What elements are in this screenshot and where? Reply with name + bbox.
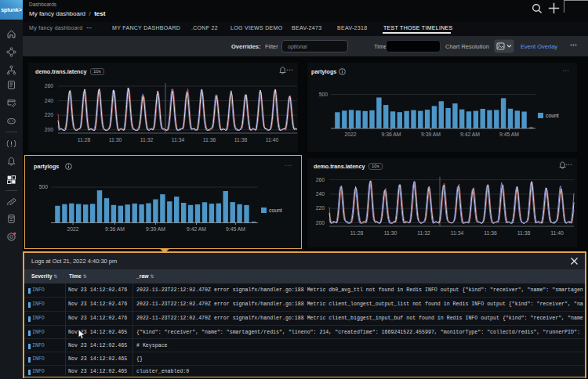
svg-text:11:34: 11:34	[451, 230, 464, 236]
svg-text:11:28: 11:28	[78, 137, 91, 143]
svg-text:11:30: 11:30	[109, 137, 122, 143]
svg-text:260: 260	[45, 83, 54, 88]
svg-text:9:42 AM: 9:42 AM	[460, 132, 480, 137]
svg-text:9:36 AM: 9:36 AM	[382, 132, 401, 137]
svg-text:500: 500	[39, 184, 49, 190]
svg-text:11:36: 11:36	[203, 137, 216, 143]
svg-text:240: 240	[45, 98, 54, 103]
svg-text:9:42 AM: 9:42 AM	[187, 226, 206, 232]
svg-text:240: 240	[316, 191, 325, 197]
svg-text:2022: 2022	[344, 132, 356, 137]
svg-text:220: 220	[45, 112, 54, 117]
svg-text:500: 500	[319, 92, 328, 97]
svg-text:200: 200	[45, 127, 54, 132]
svg-text:11:28: 11:28	[350, 230, 364, 236]
svg-text:11:38: 11:38	[234, 137, 248, 143]
svg-text:11:30: 11:30	[384, 230, 397, 236]
svg-text:11:34: 11:34	[172, 137, 185, 143]
svg-text:9:39 AM: 9:39 AM	[146, 226, 165, 232]
svg-text:2022: 2022	[67, 226, 78, 232]
svg-text:11:36: 11:36	[484, 230, 497, 236]
svg-text:count: count	[269, 208, 282, 213]
svg-text:9:45 AM: 9:45 AM	[499, 132, 519, 137]
svg-text:11:38: 11:38	[517, 230, 531, 236]
svg-text:11:40: 11:40	[550, 230, 564, 236]
svg-text:11:32: 11:32	[417, 230, 430, 236]
svg-text:9:36 AM: 9:36 AM	[105, 226, 125, 232]
svg-text:count: count	[546, 113, 559, 118]
svg-text:260: 260	[316, 177, 325, 182]
svg-text:200: 200	[316, 220, 325, 226]
svg-text:11:32: 11:32	[140, 137, 154, 143]
svg-text:11:40: 11:40	[266, 137, 279, 143]
svg-text:9:39 AM: 9:39 AM	[421, 132, 441, 137]
svg-text:220: 220	[316, 205, 325, 211]
svg-text:9:45 AM: 9:45 AM	[226, 226, 245, 232]
